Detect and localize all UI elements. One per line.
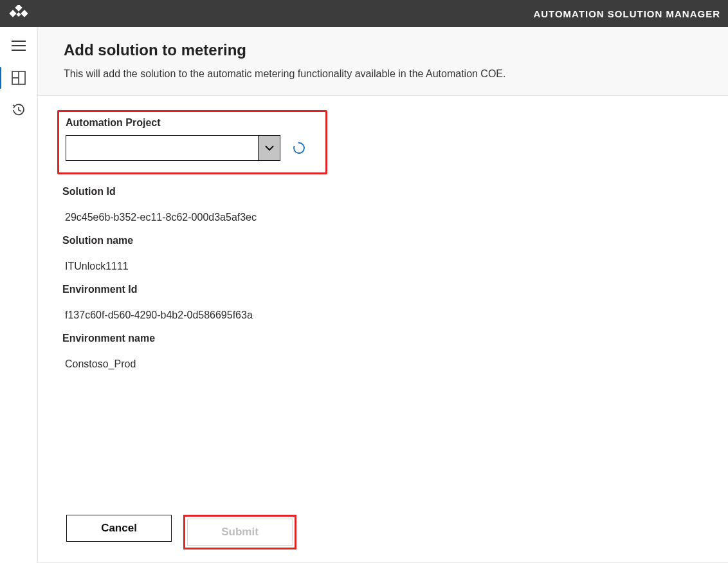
solution-id-block: Solution Id 29c45e6b-b352-ec11-8c62-000d…: [57, 186, 709, 223]
hamburger-menu-icon[interactable]: [0, 31, 37, 60]
form-area: Automation Project Solution Id 29c45e6b-: [38, 96, 728, 562]
automation-project-input[interactable]: [66, 136, 258, 160]
app-header: AUTOMATION SOLUTION MANAGER: [0, 0, 728, 27]
refresh-icon[interactable]: [292, 141, 306, 155]
page-title: Add solution to metering: [64, 41, 702, 59]
sidebar-item-board[interactable]: [0, 63, 37, 93]
environment-name-label: Environment name: [62, 333, 709, 344]
automation-project-label: Automation Project: [66, 117, 319, 129]
cancel-button[interactable]: Cancel: [66, 515, 172, 542]
solution-id-value: 29c45e6b-b352-ec11-8c62-000d3a5af3ec: [62, 212, 709, 223]
environment-name-value: Constoso_Prod: [62, 358, 709, 370]
page-header: Add solution to metering This will add t…: [38, 27, 728, 96]
svg-rect-1: [9, 10, 16, 17]
main-panel: Add solution to metering This will add t…: [37, 27, 728, 563]
environment-name-block: Environment name Constoso_Prod: [57, 333, 709, 370]
automation-project-combobox[interactable]: [66, 135, 280, 161]
app-title: AUTOMATION SOLUTION MANAGER: [533, 8, 720, 19]
sidebar: [0, 27, 37, 563]
sidebar-item-history[interactable]: [0, 95, 37, 125]
environment-id-value: f137c60f-d560-4290-b4b2-0d586695f63a: [62, 309, 709, 321]
environment-id-block: Environment Id f137c60f-d560-4290-b4b2-0…: [57, 284, 709, 321]
submit-button[interactable]: Submit: [187, 519, 293, 546]
solution-name-block: Solution name ITUnlock1111: [57, 235, 709, 272]
svg-rect-2: [21, 10, 28, 17]
svg-rect-3: [16, 12, 21, 17]
automation-project-section: Automation Project: [57, 110, 327, 174]
app-logo-icon: [8, 5, 30, 22]
svg-rect-0: [15, 5, 22, 12]
environment-id-label: Environment Id: [62, 284, 709, 295]
solution-name-value: ITUnlock1111: [62, 261, 709, 272]
chevron-down-icon[interactable]: [258, 136, 280, 160]
form-actions: Cancel Submit: [57, 515, 305, 562]
solution-id-label: Solution Id: [62, 186, 709, 198]
submit-highlight: Submit: [183, 515, 296, 549]
solution-name-label: Solution name: [62, 235, 709, 246]
page-description: This will add the solution to the automa…: [64, 68, 702, 80]
